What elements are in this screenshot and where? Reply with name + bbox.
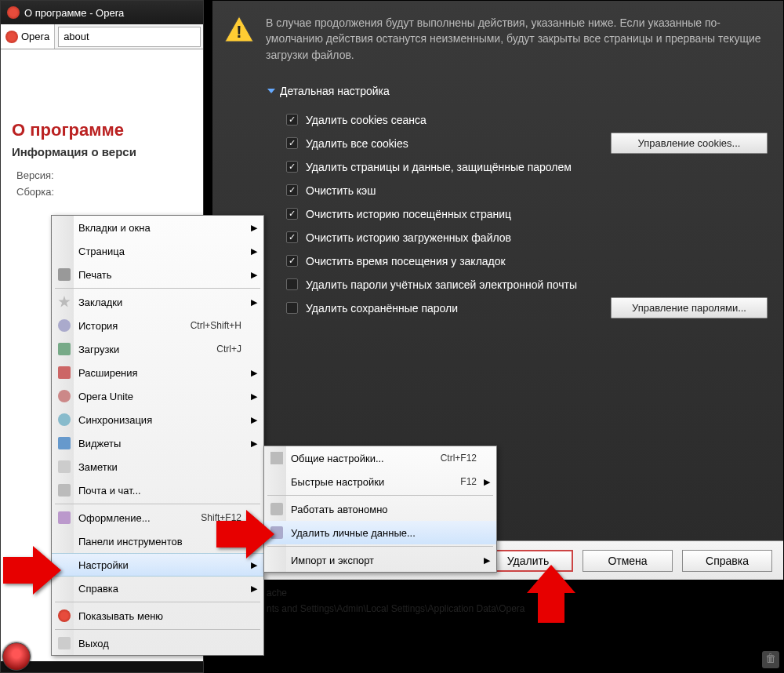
checkbox[interactable] <box>286 137 298 149</box>
trash-icon[interactable] <box>762 651 779 668</box>
opera-icon <box>58 609 71 622</box>
exit-icon <box>58 637 71 649</box>
warning-text: В случае продолжения будут выполнены дей… <box>266 15 768 63</box>
help-button[interactable]: Справка <box>682 550 772 572</box>
svg-marker-2 <box>3 546 61 595</box>
opera-icon <box>7 6 20 19</box>
check-item: Удалить все cookies <box>283 132 611 155</box>
checkbox[interactable] <box>286 114 298 126</box>
menu-label: Opera Unite <box>78 391 133 402</box>
menu-label: Закладки <box>78 296 122 308</box>
menu-item[interactable]: Показывать меню <box>52 604 263 628</box>
manage-passwords-button[interactable]: Управление паролями... <box>611 297 768 318</box>
about-subtitle: Информация о верси <box>12 145 192 158</box>
puzzle-icon <box>58 366 71 379</box>
submenu-item[interactable]: Общие настройки...Ctrl+F12 <box>264 446 496 470</box>
menu-item[interactable]: Виджеты▶ <box>52 431 263 455</box>
path-text: ache nts and Settings\Admin\Local Settin… <box>267 585 651 617</box>
checkbox[interactable] <box>286 208 298 220</box>
build-label: Сборка: <box>16 186 192 198</box>
menu-label: Удалить личные данные... <box>291 527 416 539</box>
menu-item[interactable]: Закладки▶ <box>52 290 263 314</box>
highlight-arrow-3 <box>527 565 575 626</box>
wrench-icon <box>270 452 283 464</box>
menu-label: Оформление... <box>78 512 151 524</box>
checkbox[interactable] <box>286 184 298 196</box>
chevron-down-icon <box>267 89 275 93</box>
svg-marker-4 <box>527 565 575 623</box>
warning-icon: ! <box>223 15 255 43</box>
check-label: Очистить историю посещённых страниц <box>306 208 511 220</box>
menu-item[interactable]: Печать▶ <box>52 263 263 286</box>
opera-menu-button[interactable]: Opera <box>1 24 55 49</box>
menu-item[interactable]: Справка▶ <box>52 577 263 600</box>
menu-item[interactable]: ЗагрузкиCtrl+J <box>52 337 263 361</box>
details-label: Детальная настройка <box>280 85 390 97</box>
opera-btn-label: Opera <box>21 31 49 42</box>
submenu-item[interactable]: Быстрые настройкиF12▶ <box>264 470 496 493</box>
chevron-right-icon: ▶ <box>251 223 257 233</box>
check-label: Удалить пароли учётных записей электронн… <box>306 278 577 291</box>
print-icon <box>58 268 71 281</box>
highlight-arrow-2 <box>216 510 274 562</box>
highlight-arrow-1 <box>3 546 61 598</box>
menu-label: Быстрые настройки <box>291 476 384 488</box>
menu-label: Показывать меню <box>78 610 163 622</box>
menu-label: Страница <box>78 246 125 257</box>
menu-label: Выход <box>78 638 109 649</box>
expand-toggle[interactable]: Детальная настройка <box>267 78 783 108</box>
svg-marker-3 <box>216 510 274 558</box>
chevron-right-icon: ▶ <box>251 438 257 449</box>
checkbox[interactable] <box>286 278 298 290</box>
opera-menu-corner[interactable] <box>2 642 31 671</box>
menu-label: Работать автономно <box>291 504 388 515</box>
menu-label: Загрузки <box>78 344 119 355</box>
sync-icon <box>58 413 71 426</box>
menu-label: Панели инструментов <box>78 536 183 547</box>
menu-item[interactable]: Страница▶ <box>52 239 263 263</box>
shortcut: F12 <box>460 476 477 487</box>
submenu-item[interactable]: Работать автономно <box>264 497 496 521</box>
menu-label: Синхронизация <box>78 414 152 426</box>
titlebar[interactable]: О программе - Opera <box>1 1 203 24</box>
check-item: Удалить cookies сеанса <box>283 108 783 132</box>
checkbox[interactable] <box>286 161 298 173</box>
path-line-1: ache <box>267 585 651 601</box>
about-title: О программе <box>12 120 192 140</box>
widget-icon <box>58 437 71 449</box>
menu-item[interactable]: Вкладки и окна▶ <box>52 216 263 239</box>
menu-item[interactable]: Синхронизация▶ <box>52 408 263 431</box>
menu-label: Импорт и экспорт <box>291 555 374 566</box>
check-item: Очистить кэш <box>283 179 783 202</box>
check-label: Удалить сохранённые пароли <box>306 302 458 315</box>
menu-label: История <box>78 320 118 332</box>
submenu-item[interactable]: Удалить личные данные... <box>264 521 496 544</box>
chevron-right-icon: ▶ <box>251 415 257 425</box>
menu-item[interactable]: Выход <box>52 631 263 655</box>
manage-cookies-button[interactable]: Управление cookies... <box>611 133 768 154</box>
menu-item[interactable]: Заметки <box>52 455 263 478</box>
menu-label: Виджеты <box>78 438 121 449</box>
checkbox[interactable] <box>286 231 298 243</box>
cancel-button[interactable]: Отмена <box>583 550 673 572</box>
menu-item[interactable]: Opera Unite▶ <box>52 384 263 408</box>
menu-item[interactable]: Почта и чат... <box>52 478 263 502</box>
check-item: Удалить сохранённые пароли <box>283 296 587 320</box>
menu-label: Расширения <box>78 367 138 379</box>
menu-label: Заметки <box>78 461 118 473</box>
chevron-right-icon: ▶ <box>251 368 257 378</box>
version-label: Версия: <box>16 169 192 181</box>
checkbox[interactable] <box>286 302 298 314</box>
path-line-2: nts and Settings\Admin\Local Settings\Ap… <box>267 601 651 617</box>
unite-icon <box>58 390 71 402</box>
menu-item[interactable]: Расширения▶ <box>52 361 263 384</box>
address-input[interactable] <box>58 27 201 47</box>
checkbox[interactable] <box>286 255 298 267</box>
chevron-right-icon: ▶ <box>251 584 257 594</box>
menu-item[interactable]: ИсторияCtrl+Shift+H <box>52 314 263 337</box>
settings-submenu: Общие настройки...Ctrl+F12Быстрые настро… <box>263 446 497 573</box>
check-label: Удалить все cookies <box>306 137 408 150</box>
shortcut: Ctrl+J <box>216 344 241 355</box>
menu-label: Настройки <box>78 559 129 571</box>
submenu-item[interactable]: Импорт и экспорт▶ <box>264 548 496 572</box>
